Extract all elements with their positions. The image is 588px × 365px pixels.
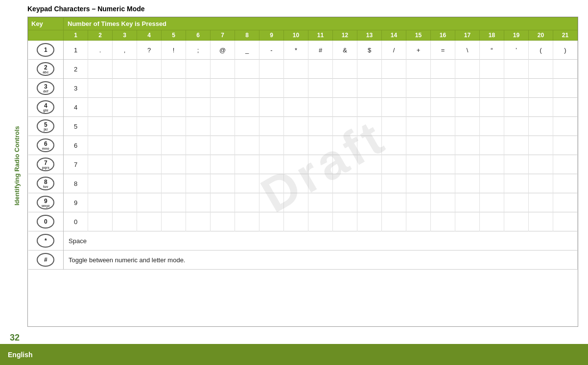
value-cell	[382, 98, 406, 117]
key-sub: abc	[43, 70, 48, 74]
value-cell	[88, 136, 113, 155]
col-header-18: 18	[480, 30, 504, 41]
value-cell: &	[333, 41, 357, 60]
value-cell	[88, 174, 113, 193]
value-cell: !	[162, 41, 186, 60]
table-container: Key Number of Times Key is Pressed 1 2 3…	[27, 17, 578, 327]
key-sub: def	[43, 90, 48, 93]
table-row: 5jkl5	[28, 117, 578, 136]
value-cell	[455, 174, 480, 193]
table-row: 2abc2	[28, 60, 578, 79]
value-cell	[529, 136, 553, 155]
key-cell: 0	[28, 212, 64, 231]
table-header-row-2: 1 2 3 4 5 6 7 8 9 10 11 12 13	[28, 30, 578, 41]
value-cell	[88, 193, 113, 212]
value-cell	[137, 136, 162, 155]
col-header-6: 6	[186, 30, 211, 41]
value-cell	[211, 212, 235, 231]
value-cell	[529, 155, 553, 174]
value-cell	[504, 174, 529, 193]
key-badge: 6mno	[37, 138, 54, 152]
key-main: *	[45, 238, 47, 244]
value-cell: 0	[64, 212, 88, 231]
value-cell	[480, 174, 504, 193]
table-row: 00	[28, 212, 578, 231]
key-cell: 4ghi	[28, 98, 64, 117]
value-cell	[88, 155, 113, 174]
value-cell	[357, 136, 382, 155]
value-cell	[333, 174, 357, 193]
value-cell	[308, 174, 333, 193]
value-cell	[431, 98, 455, 117]
col-header-4: 4	[137, 30, 162, 41]
key-cell: 8tuv	[28, 174, 64, 193]
key-sub: mno	[42, 147, 49, 150]
value-cell: $	[357, 41, 382, 60]
value-cell	[480, 212, 504, 231]
value-cell	[553, 193, 578, 212]
page-wrapper: Identifying Radio Controls Keypad Charac…	[0, 0, 588, 365]
col-header-20: 20	[529, 30, 553, 41]
key-badge: *	[37, 234, 54, 248]
table-row: 3def3	[28, 79, 578, 98]
col-header-21: 21	[553, 30, 578, 41]
value-cell	[113, 79, 137, 98]
value-cell	[186, 136, 211, 155]
value-cell	[431, 117, 455, 136]
value-cell	[333, 60, 357, 79]
value-cell: _	[235, 41, 259, 60]
value-cell	[553, 117, 578, 136]
value-cell	[235, 212, 259, 231]
value-cell: 2	[64, 60, 88, 79]
value-cell	[259, 117, 284, 136]
value-cell	[529, 174, 553, 193]
value-cell: +	[406, 41, 431, 60]
key-main: 2	[44, 65, 47, 70]
value-cell	[88, 212, 113, 231]
value-cell	[284, 136, 308, 155]
value-cell	[113, 193, 137, 212]
value-cell	[480, 117, 504, 136]
col-header-3: 3	[113, 30, 137, 41]
value-cell	[333, 212, 357, 231]
value-cell	[113, 155, 137, 174]
col-header-13: 13	[357, 30, 382, 41]
value-cell	[406, 136, 431, 155]
col-header-12: 12	[333, 30, 357, 41]
value-cell	[113, 174, 137, 193]
value-cell	[284, 193, 308, 212]
value-cell	[113, 117, 137, 136]
value-cell	[211, 136, 235, 155]
value-cell	[382, 136, 406, 155]
value-cell	[431, 212, 455, 231]
value-cell	[308, 98, 333, 117]
value-cell	[308, 60, 333, 79]
value-cell	[431, 174, 455, 193]
value-cell	[259, 155, 284, 174]
value-cell	[88, 60, 113, 79]
side-label: Identifying Radio Controls	[10, 5, 24, 327]
value-cell	[259, 193, 284, 212]
key-badge: 7pqrs	[37, 158, 54, 171]
value-cell	[235, 60, 259, 79]
value-cell: ?	[137, 41, 162, 60]
col-header-19: 19	[504, 30, 529, 41]
value-cell	[504, 98, 529, 117]
table-row: 4ghi4	[28, 98, 578, 117]
table-row: 9wxyz9	[28, 193, 578, 212]
col-header-14: 14	[382, 30, 406, 41]
value-cell	[137, 98, 162, 117]
value-cell	[357, 79, 382, 98]
value-cell	[308, 155, 333, 174]
key-sub: ghi	[43, 109, 48, 112]
value-cell	[406, 60, 431, 79]
key-main: 7	[44, 160, 47, 166]
keypad-table: Key Number of Times Key is Pressed 1 2 3…	[28, 17, 578, 270]
key-badge: 4ghi	[37, 100, 54, 114]
col-header-1: 1	[64, 30, 88, 41]
value-cell	[186, 79, 211, 98]
bottom-bar-label: English	[8, 351, 33, 359]
value-cell	[235, 98, 259, 117]
key-cell: 6mno	[28, 136, 64, 155]
value-cell	[137, 60, 162, 79]
